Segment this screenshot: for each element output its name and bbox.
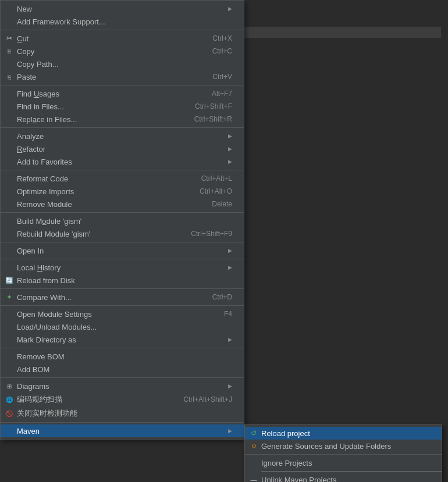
menu-item-reformat[interactable]: Reformat Code Ctrl+Alt+L [1,172,244,185]
menu-separator [1,305,244,306]
menu-separator [1,127,244,128]
menu-item-optimize-imports[interactable]: Optimize Imports Ctrl+Alt+O [1,185,244,198]
compare-icon: ✦ [4,293,15,301]
menu-item-load-unload[interactable]: Load/Unload Modules... [1,320,244,333]
menu-item-remove-bom[interactable]: Remove BOM [1,350,244,363]
menu-separator [1,30,244,30]
diagrams-icon: ⊞ [4,383,15,390]
maven-separator [261,471,442,472]
menu-item-new[interactable]: New [1,2,244,15]
menu-item-remove-module[interactable]: Remove Module Delete [1,198,244,210]
maven-ignore-projects[interactable]: Ignore Projects [245,456,442,469]
maven-unlink[interactable]: — Unlink Maven Projects [245,473,442,482]
unlink-icon: — [248,476,259,482]
menu-item-mark-directory[interactable]: Mark Directory as [1,333,244,346]
code-check-icon: 🌐 [4,397,15,403]
maven-submenu: ↺ Reload project ⚙ Generate Sources and … [244,424,442,482]
menu-item-copy[interactable]: ⎘ Copy Ctrl+C [1,45,244,58]
context-menu: New Add Framework Support... ✂ Cut Ctrl+… [0,0,244,440]
menu-item-find-usages[interactable]: Find Usages Alt+F7 [1,87,244,100]
menu-item-reload-disk[interactable]: 🔄 Reload from Disk [1,274,244,287]
menu-item-paste[interactable]: ⎗ Paste Ctrl+V [1,70,244,83]
menu-item-add-bom[interactable]: Add BOM [1,363,244,376]
menu-item-cut[interactable]: ✂ Cut Ctrl+X [1,32,244,45]
menu-item-analyze[interactable]: Analyze [1,130,244,142]
paste-icon: ⎗ [4,74,15,80]
menu-separator [1,85,244,85]
menu-item-refactor[interactable]: Refactor [1,142,244,155]
generate-sources-icon: ⚙ [248,443,259,449]
menu-item-open-in[interactable]: Open In [1,244,244,257]
menu-item-maven[interactable]: Maven [1,424,244,437]
menu-item-close-realtime[interactable]: 🚫 关闭实时检测功能 [1,406,244,420]
close-realtime-icon: 🚫 [4,410,15,417]
maven-generate-sources[interactable]: ⚙ Generate Sources and Update Folders [245,440,442,452]
menu-item-copy-path[interactable]: Copy Path... [1,58,244,70]
menu-separator [1,377,244,378]
cut-icon: ✂ [4,34,15,42]
maven-separator [245,454,442,455]
menu-item-add-framework[interactable]: Add Framework Support... [1,15,244,28]
menu-item-diagrams[interactable]: ⊞ Diagrams [1,380,244,392]
reload-disk-icon: 🔄 [4,277,15,284]
copy-icon: ⎘ [4,48,15,55]
menu-separator [1,170,244,170]
menu-separator [1,212,244,213]
maven-reload-project[interactable]: ↺ Reload project [245,427,442,440]
menu-item-find-in-files[interactable]: Find in Files... Ctrl+Shift+F [1,100,244,113]
menu-separator [1,242,244,242]
reload-project-icon: ↺ [248,429,259,437]
menu-separator [1,422,244,423]
menu-item-compare-with[interactable]: ✦ Compare With... Ctrl+D [1,291,244,304]
menu-separator [1,288,244,289]
menu-separator [1,259,244,259]
menu-item-module-settings[interactable]: Open Module Settings F4 [1,308,244,320]
menu-item-build-module[interactable]: Build Module 'gism' [1,215,244,227]
menu-separator [1,348,244,348]
menu-item-add-favorites[interactable]: Add to Favorites [1,155,244,168]
menu-item-local-history[interactable]: Local History [1,261,244,274]
menu-item-rebuild-module[interactable]: Rebuild Module 'gism' Ctrl+Shift+F9 [1,227,244,240]
menu-item-replace-in-files[interactable]: Replace in Files... Ctrl+Shift+R [1,113,244,126]
menu-item-code-check[interactable]: 🌐 编码规约扫描 Ctrl+Alt+Shift+J [1,392,244,406]
